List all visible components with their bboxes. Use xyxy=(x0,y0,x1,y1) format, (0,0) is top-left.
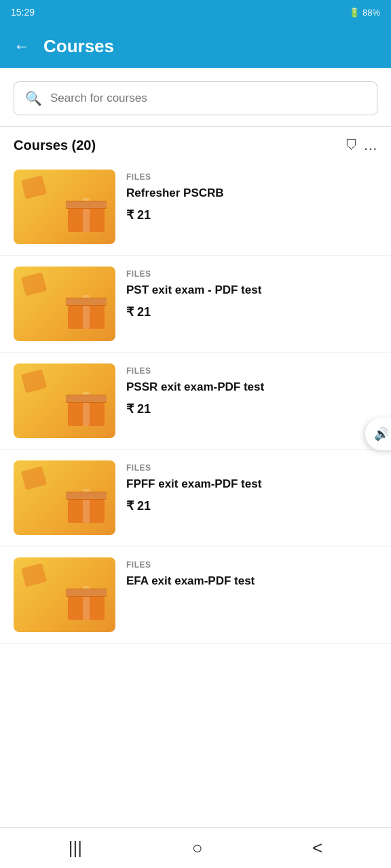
course-thumbnail xyxy=(14,460,115,535)
course-list: FILES Refresher PSCRB ₹ 21 FILES P xyxy=(0,159,391,644)
filter-icon[interactable]: ⛉ xyxy=(345,138,358,153)
courses-header: Courses (20) ⛉ ... xyxy=(0,127,391,159)
course-thumbnail xyxy=(14,557,115,632)
course-type: FILES xyxy=(126,463,377,473)
nav-menu-button[interactable]: ||| xyxy=(55,832,96,864)
course-name: FPFF exit exam-PDF test xyxy=(126,477,377,492)
status-time: 15:29 xyxy=(11,7,35,18)
page-title: Courses xyxy=(43,36,114,57)
course-info: FILES Refresher PSCRB ₹ 21 xyxy=(126,170,377,222)
course-info: FILES EFA exit exam-PDF test xyxy=(126,557,377,589)
nav-home-button[interactable]: ○ xyxy=(179,832,217,864)
header-actions: ⛉ ... xyxy=(345,138,377,153)
course-name: PSSR exit exam-PDF test xyxy=(126,380,377,395)
search-box[interactable]: 🔍 xyxy=(14,81,377,115)
list-item[interactable]: FILES EFA exit exam-PDF test xyxy=(0,547,391,644)
back-button[interactable]: ← xyxy=(11,34,33,58)
course-type: FILES xyxy=(126,366,377,376)
course-thumbnail xyxy=(14,363,115,438)
search-container: 🔍 xyxy=(0,68,391,126)
nav-bar: ||| ○ < xyxy=(0,827,391,868)
course-info: FILES PSSR exit exam-PDF test ₹ 21 xyxy=(126,363,377,416)
list-item[interactable]: FILES PSSR exit exam-PDF test ₹ 21 xyxy=(0,353,391,450)
course-type: FILES xyxy=(126,269,377,279)
app-header: ← Courses xyxy=(0,24,391,68)
battery-level: 88% xyxy=(362,7,380,18)
course-type: FILES xyxy=(126,560,377,570)
main-content: 🔍 Courses (20) ⛉ ... xyxy=(0,68,391,827)
list-item[interactable]: FILES PST exit exam - PDF test ₹ 21 xyxy=(0,256,391,353)
courses-count: Courses (20) xyxy=(14,138,96,153)
course-name: PST exit exam - PDF test xyxy=(126,283,377,298)
course-price: ₹ 21 xyxy=(126,208,377,222)
course-thumbnail xyxy=(14,267,115,341)
more-options-icon[interactable]: ... xyxy=(364,138,377,153)
course-name: EFA exit exam-PDF test xyxy=(126,574,377,589)
sound-icon: 🔊 xyxy=(374,427,389,441)
course-name: Refresher PSCRB xyxy=(126,186,377,201)
battery-icon: 🔋 xyxy=(349,7,360,18)
status-right: 🔋 88% xyxy=(349,7,380,18)
course-price: ₹ 21 xyxy=(126,401,377,416)
course-info: FILES FPFF exit exam-PDF test ₹ 21 xyxy=(126,460,377,513)
search-input[interactable] xyxy=(50,92,366,105)
search-icon: 🔍 xyxy=(25,90,42,106)
list-item[interactable]: FILES FPFF exit exam-PDF test ₹ 21 xyxy=(0,450,391,547)
course-thumbnail xyxy=(14,170,115,244)
course-info: FILES PST exit exam - PDF test ₹ 21 xyxy=(126,267,377,319)
course-price: ₹ 21 xyxy=(126,304,377,319)
status-bar: 15:29 🔋 88% xyxy=(0,0,391,24)
nav-back-button[interactable]: < xyxy=(299,832,336,864)
course-type: FILES xyxy=(126,172,377,182)
list-item[interactable]: FILES Refresher PSCRB ₹ 21 xyxy=(0,159,391,256)
course-price: ₹ 21 xyxy=(126,498,377,513)
